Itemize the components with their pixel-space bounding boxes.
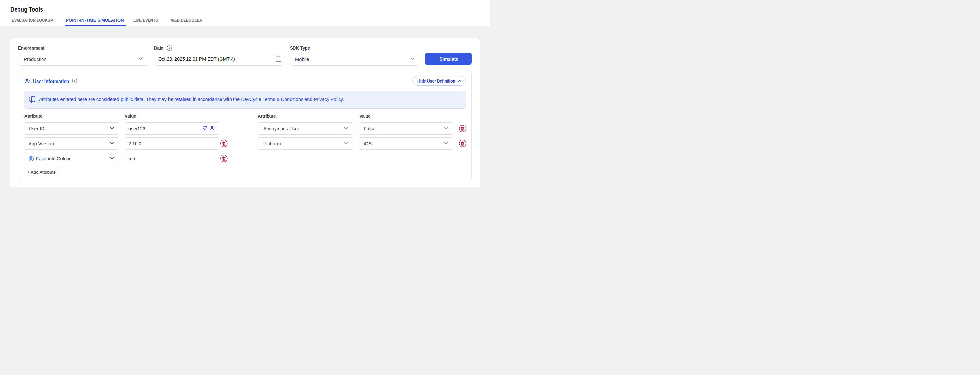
svg-text:i: i xyxy=(74,79,75,83)
svg-text:i: i xyxy=(169,46,170,50)
svg-text:S: S xyxy=(30,157,32,161)
